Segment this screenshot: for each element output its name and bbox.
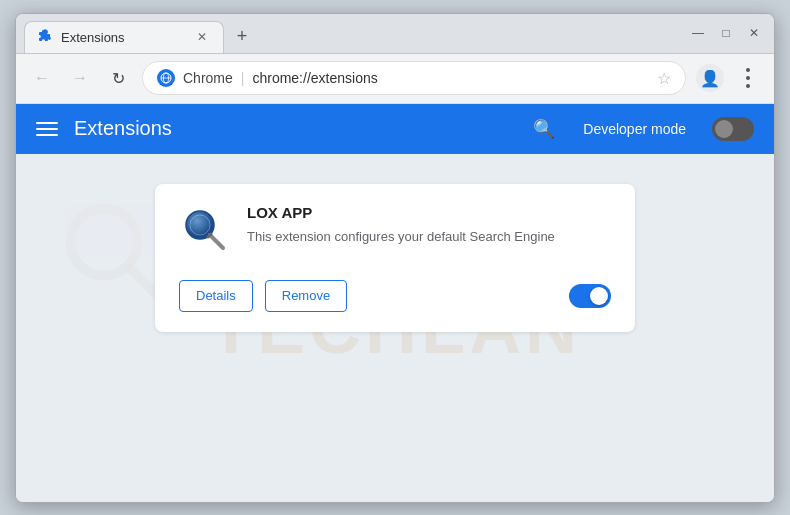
extension-info: LOX APP This extension configures your d… bbox=[247, 204, 611, 247]
developer-mode-label: Developer mode bbox=[583, 121, 686, 137]
chrome-menu-button[interactable] bbox=[734, 64, 762, 92]
developer-mode-toggle[interactable] bbox=[712, 117, 754, 141]
new-tab-button[interactable]: + bbox=[228, 23, 256, 51]
svg-point-3 bbox=[70, 208, 137, 275]
extension-header: LOX APP This extension configures your d… bbox=[179, 204, 611, 256]
magnifier-svg bbox=[181, 206, 229, 254]
url-divider: | bbox=[241, 70, 245, 86]
title-bar: Extensions ✕ + — □ ✕ bbox=[16, 14, 774, 54]
hamburger-line-1 bbox=[36, 122, 58, 124]
browser-window: Extensions ✕ + — □ ✕ ← → ↻ bbox=[15, 13, 775, 503]
url-site: Chrome bbox=[183, 70, 233, 86]
secure-icon bbox=[157, 69, 175, 87]
tab-favicon bbox=[37, 28, 53, 47]
menu-dot-1 bbox=[746, 68, 750, 72]
address-bar: ← → ↻ Chrome | chrome://extensions ☆ 👤 bbox=[16, 54, 774, 104]
reload-button[interactable]: ↻ bbox=[104, 64, 132, 92]
search-icon[interactable]: 🔍 bbox=[533, 118, 555, 140]
tab-title: Extensions bbox=[61, 30, 185, 45]
extension-footer: Details Remove bbox=[179, 280, 611, 312]
extension-description: This extension configures your default S… bbox=[247, 227, 611, 247]
bookmark-icon[interactable]: ☆ bbox=[657, 69, 671, 88]
svg-line-7 bbox=[210, 235, 223, 248]
url-path: chrome://extensions bbox=[252, 70, 377, 86]
url-bar[interactable]: Chrome | chrome://extensions ☆ bbox=[142, 61, 686, 95]
tab-close-button[interactable]: ✕ bbox=[193, 28, 211, 46]
reload-icon: ↻ bbox=[112, 69, 125, 88]
minimize-button[interactable]: — bbox=[690, 26, 706, 40]
maximize-button[interactable]: □ bbox=[718, 26, 734, 40]
close-window-button[interactable]: ✕ bbox=[746, 26, 762, 40]
page-header: Extensions 🔍 Developer mode bbox=[16, 104, 774, 154]
active-tab[interactable]: Extensions ✕ bbox=[24, 21, 224, 53]
extension-toggle-knob bbox=[590, 287, 608, 305]
menu-dot-2 bbox=[746, 76, 750, 80]
window-controls: — □ ✕ bbox=[690, 26, 762, 40]
menu-dot-3 bbox=[746, 84, 750, 88]
page-content: TECHLAN bbox=[16, 154, 774, 502]
hamburger-menu-button[interactable] bbox=[36, 122, 58, 136]
profile-button[interactable]: 👤 bbox=[696, 64, 724, 92]
forward-icon: → bbox=[72, 69, 88, 87]
hamburger-line-3 bbox=[36, 134, 58, 136]
forward-button[interactable]: → bbox=[66, 64, 94, 92]
remove-button[interactable]: Remove bbox=[265, 280, 347, 312]
details-button[interactable]: Details bbox=[179, 280, 253, 312]
toggle-knob bbox=[715, 120, 733, 138]
extension-enable-toggle[interactable] bbox=[569, 284, 611, 308]
profile-icon: 👤 bbox=[700, 69, 720, 88]
extension-card: LOX APP This extension configures your d… bbox=[155, 184, 635, 332]
extension-icon bbox=[179, 204, 231, 256]
back-button[interactable]: ← bbox=[28, 64, 56, 92]
hamburger-line-2 bbox=[36, 128, 58, 130]
back-icon: ← bbox=[34, 69, 50, 87]
extension-name: LOX APP bbox=[247, 204, 611, 221]
svg-line-8 bbox=[208, 234, 211, 237]
page-heading: Extensions bbox=[74, 117, 517, 140]
